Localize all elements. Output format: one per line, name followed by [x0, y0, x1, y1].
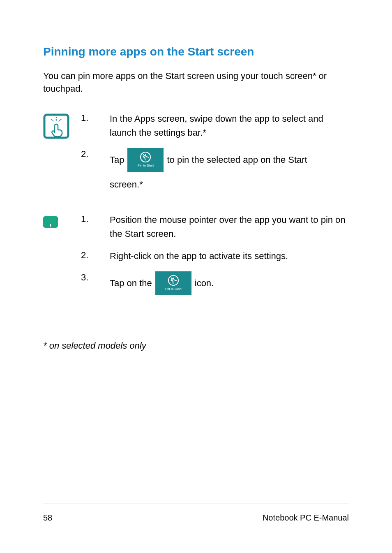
- section-heading: Pinning more apps on the Start screen: [43, 45, 349, 58]
- svg-point-4: [141, 152, 150, 162]
- step-text-pre: Tap: [110, 153, 124, 167]
- step-number: 2.: [81, 148, 110, 192]
- svg-line-2: [51, 119, 54, 122]
- step-text: Position the mouse pointer over the app …: [110, 213, 349, 241]
- pin-to-start-label: Pin to Start: [165, 287, 182, 292]
- step-number: 1.: [81, 213, 110, 241]
- page-footer: 58 Notebook PC E-Manual: [43, 504, 349, 523]
- touchpad-step-3: 3. Tap on the Pin to Start icon.: [81, 271, 349, 295]
- page-number: 58: [43, 513, 52, 523]
- intro-paragraph: You can pin more apps on the Start scree…: [43, 70, 349, 95]
- svg-line-3: [59, 119, 61, 122]
- step-number: 3.: [81, 271, 110, 295]
- touch-step-2: 2. Tap Pin to Start to pin the selected …: [81, 148, 349, 192]
- touchpad-icon: [43, 216, 58, 228]
- touch-step-1: 1. In the Apps screen, swipe down the ap…: [81, 112, 349, 140]
- step-text-continuation: screen.*: [110, 178, 349, 192]
- pin-to-start-icon: Pin to Start: [127, 148, 164, 172]
- touchpad-section: 1. Position the mouse pointer over the a…: [43, 213, 349, 303]
- step-text: In the Apps screen, swipe down the app t…: [110, 112, 349, 140]
- touch-section: 1. In the Apps screen, swipe down the ap…: [43, 112, 349, 200]
- step-text-post: icon.: [195, 276, 214, 290]
- svg-point-5: [168, 275, 178, 285]
- step-text-post: to pin the selected app on the Start: [167, 153, 307, 167]
- step-text: Right-click on the app to activate its s…: [110, 249, 349, 263]
- svg-rect-0: [44, 115, 68, 138]
- footnote: * on selected models only: [43, 340, 349, 351]
- pin-to-start-icon: Pin to Start: [155, 271, 191, 295]
- pin-to-start-label: Pin to Start: [138, 163, 154, 168]
- step-number: 2.: [81, 249, 110, 263]
- touchpad-step-2: 2. Right-click on the app to activate it…: [81, 249, 349, 263]
- footer-title: Notebook PC E-Manual: [263, 513, 349, 523]
- step-number: 1.: [81, 112, 110, 140]
- touchpad-step-1: 1. Position the mouse pointer over the a…: [81, 213, 349, 241]
- step-text-pre: Tap on the: [110, 276, 152, 290]
- touchscreen-icon: [43, 113, 81, 141]
